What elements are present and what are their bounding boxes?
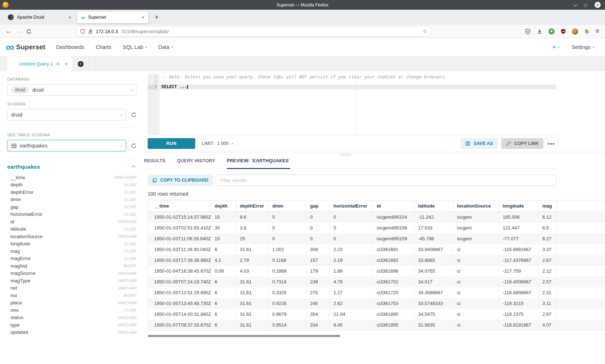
add-new-button[interactable]: + ▾ <box>552 44 560 51</box>
column-header[interactable]: depthError <box>236 200 269 212</box>
schema-column-row[interactable]: dminFLOAT <box>7 196 137 204</box>
table-row[interactable]: 1950-01-05T12:51:29.690Z631.610.33252751… <box>148 287 605 298</box>
limit-dropdown[interactable]: LIMIT: 1 000 ▾ <box>202 141 233 146</box>
tab-results[interactable]: RESULTS <box>144 158 166 169</box>
nav-item-data[interactable]: Data ▾ <box>158 44 173 50</box>
column-header[interactable]: depth <box>211 200 236 212</box>
column-header[interactable]: latitude <box>414 200 453 212</box>
column-header[interactable]: horizontalError <box>330 200 373 212</box>
sql-editor[interactable]: 1 2 3 -- Note: Unless you save your quer… <box>148 74 556 135</box>
schema-column-row[interactable]: nstBIGINT <box>7 292 137 299</box>
new-query-tab-button[interactable]: + <box>73 56 89 71</box>
table-row[interactable]: 1950-01-03T11:06:28.640Z1525000iscgem895… <box>148 233 605 244</box>
window-close-button[interactable]: × <box>595 2 601 8</box>
cookie-extension-icon[interactable] <box>572 28 578 35</box>
insecure-lock-icon[interactable] <box>88 29 93 34</box>
schema-column-row[interactable]: magSourceVARCHAR <box>7 270 137 277</box>
query-tab-close-icon[interactable]: × <box>65 61 68 67</box>
schema-column-row[interactable]: statusVARCHAR <box>7 314 137 322</box>
schema-column-row[interactable]: __timeTIMESTAMP <box>7 174 137 181</box>
table-row[interactable]: 1950-01-04T16:38:45.670Z0.094.030.288917… <box>148 266 605 277</box>
schema-column-row[interactable]: depthFLOAT <box>7 181 137 189</box>
query-tab-untitled[interactable]: ⋮ Untitled Query 1 × <box>7 56 73 71</box>
reload-button[interactable] <box>24 26 34 36</box>
save-as-button[interactable]: SAVE AS <box>461 138 498 149</box>
shield-permissions-icon[interactable] <box>80 29 85 34</box>
pocket-shield-icon[interactable] <box>525 28 531 35</box>
tab-preview-earthquakes[interactable]: PREVIEW: `EARTHQUAKES` <box>227 158 291 169</box>
results-table-wrap[interactable]: __timedepthdepthErrordmingaphorizontalEr… <box>148 200 605 331</box>
schema-column-row[interactable]: idVARCHAR <box>7 218 137 226</box>
schema-column-row[interactable]: magErrorFLOAT <box>7 255 137 263</box>
tab-query-history[interactable]: QUERY HISTORY <box>177 158 215 169</box>
run-button[interactable]: RUN <box>148 138 195 149</box>
downloads-icon[interactable] <box>537 28 543 35</box>
menu-hamburger-icon[interactable]: ≡ <box>596 28 599 35</box>
filter-results-input[interactable] <box>216 174 556 186</box>
window-maximize-icon[interactable]: ◇ <box>584 3 587 7</box>
schema-column-row[interactable]: depthErrorFLOAT <box>7 188 137 196</box>
database-select[interactable]: druid druid <box>7 84 137 96</box>
more-actions-button[interactable]: ••• <box>548 141 555 147</box>
column-header[interactable]: locationSource <box>453 200 499 212</box>
schema-column-row[interactable]: latitudeFLOAT <box>7 226 137 233</box>
schema-column-row[interactable]: netVARCHAR <box>7 285 137 292</box>
editor-code-area[interactable]: -- Note: Unless you save your query, the… <box>160 74 556 135</box>
schema-column-row[interactable]: gapFLOAT <box>7 203 137 211</box>
collapse-chevron-icon[interactable] <box>131 165 135 169</box>
settings-menu[interactable]: Settings ▾ <box>572 44 594 50</box>
copy-to-clipboard-button[interactable]: COPY TO CLIPBOARD <box>148 174 213 186</box>
schema-column-row[interactable]: magFLOAT <box>7 247 137 255</box>
window-menu-chevron-icon[interactable] <box>573 2 578 7</box>
tab-close-icon[interactable]: × <box>68 15 71 20</box>
schema-column-row[interactable]: longitudeFLOAT <box>7 240 137 248</box>
table-row[interactable]: 1950-01-03T17:26:38.860Z4.22.790.1168157… <box>148 255 605 266</box>
copy-link-button[interactable]: COPY LINK <box>501 138 543 149</box>
schema-column-row[interactable]: magTypeVARCHAR <box>7 277 137 285</box>
schema-column-row[interactable]: typeVARCHAR <box>7 321 137 329</box>
extension-green-icon[interactable] <box>548 28 555 35</box>
table-row[interactable]: 1950-01-02T15:14:37.960Z158.6000iscgem89… <box>148 212 605 223</box>
table-row[interactable]: 1950-01-05T13:45:48.730Z631.610.92352452… <box>148 298 605 309</box>
drag-grip-icon[interactable]: ⋮ <box>12 62 16 67</box>
nav-item-dashboards[interactable]: Dashboards <box>56 44 84 50</box>
forward-button[interactable]: → <box>14 26 24 36</box>
column-header[interactable]: mag <box>539 200 557 212</box>
column-header[interactable]: gap <box>306 200 330 212</box>
table-row[interactable]: 1950-01-03T11:26:30.040Z631.611.0023082.… <box>148 244 605 255</box>
new-tab-button[interactable]: + <box>151 12 162 23</box>
pane-resize-handle[interactable] <box>340 153 351 156</box>
browser-tab-apache-druid[interactable]: Apache Druid × <box>4 12 75 23</box>
schema-select[interactable]: druid <box>7 109 126 120</box>
colorful-asterisk-extension-icon[interactable] <box>584 28 590 35</box>
horizontal-scrollbar[interactable] <box>148 335 340 337</box>
column-header[interactable]: dmin <box>269 200 306 212</box>
back-button[interactable]: ← <box>4 26 14 36</box>
column-header[interactable] <box>557 200 605 212</box>
schema-column-row[interactable]: magNstBIGINT <box>7 262 137 270</box>
table-schema-select[interactable]: earthquakes <box>7 140 126 151</box>
schema-column-row[interactable]: updatedVARCHAR <box>7 329 137 336</box>
nav-item-sql-lab[interactable]: SQL Lab ▾ <box>123 44 147 50</box>
table-row[interactable]: 1950-01-03T02:51:55.410Z303.8000iscgem89… <box>148 223 605 233</box>
column-header[interactable]: __time <box>148 200 211 212</box>
schema-column-row[interactable]: horizontalErrorFLOAT <box>7 211 137 218</box>
schema-column-row[interactable]: placeVARCHAR <box>7 299 137 307</box>
schema-column-row[interactable]: rmsFLOAT <box>7 306 137 314</box>
nav-item-charts[interactable]: Charts <box>96 44 111 50</box>
superset-logo-icon[interactable]: ∞ <box>6 42 14 52</box>
column-header[interactable]: id <box>373 200 414 212</box>
table-row[interactable]: 1950-01-07T09:37:33.670Z631.610.95143346… <box>148 320 605 331</box>
column-header[interactable]: longitude <box>499 200 539 212</box>
url-bar[interactable]: 172.18.0.3:32108/superset/sqllab/ ☆ <box>76 26 431 37</box>
table-row[interactable]: 1950-01-05T14:00:31.860Z631.610.96793542… <box>148 309 605 320</box>
table-row[interactable]: 1950-01-05T07:24:19.740Z631.610.73182394… <box>148 277 605 287</box>
table-name-heading[interactable]: earthquakes <box>7 164 40 170</box>
schema-column-row[interactable]: locationSourceVARCHAR <box>7 233 137 240</box>
browser-tab-superset[interactable]: ∞ Superset × <box>77 12 148 23</box>
refresh-schemas-icon[interactable] <box>131 112 137 118</box>
ublock-shield-icon[interactable]: uB <box>560 28 566 35</box>
refresh-tables-icon[interactable] <box>131 143 137 149</box>
superset-brand[interactable]: Superset <box>16 43 45 51</box>
tab-close-icon[interactable]: × <box>142 15 144 20</box>
